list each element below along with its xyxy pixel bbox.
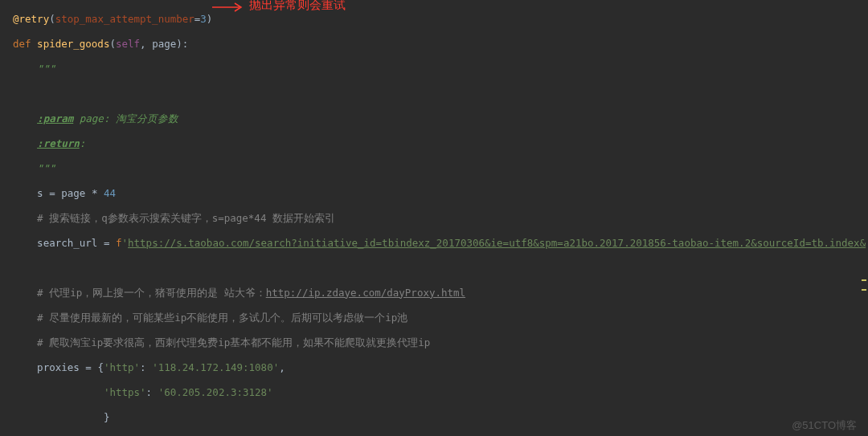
code-line: } [13, 411, 868, 424]
watermark: @51CTO博客 [792, 419, 857, 432]
number: 3 [200, 13, 207, 25]
annotation-arrow-icon [212, 2, 244, 13]
code-line: @retry(stop_max_attempt_number=3) [13, 13, 868, 26]
comment: # 搜索链接，q参数表示搜索关键字，s=page*44 数据开始索引 [13, 212, 868, 225]
docstring: """ [13, 162, 868, 175]
code-line: search_url = f'https://s.taobao.com/sear… [13, 237, 868, 250]
comment: # 爬取淘宝ip要求很高，西刺代理免费ip基本都不能用，如果不能爬取就更换代理i… [13, 336, 868, 349]
docstring: :return: [13, 137, 868, 150]
comment: # 代理ip，网上搜一个，猪哥使用的是 站大爷：http://ip.zdaye.… [13, 287, 868, 299]
annotation-text: 抛出异常则会重试 [249, 0, 346, 11]
docstring: """ [13, 63, 868, 75]
url-string: https://s.taobao.com/search?initiative_i… [128, 237, 866, 249]
gutter-markers [862, 0, 866, 436]
docstring: :param page: 淘宝分页参数 [13, 112, 868, 125]
code-line: def spider_goods(self, page): [13, 38, 868, 51]
code-line: 'https': '60.205.202.3:3128' [13, 386, 868, 399]
comment: # 尽量使用最新的，可能某些ip不能使用，多试几个。后期可以考虑做一个ip池 [13, 312, 868, 324]
function-name: spider_goods [37, 38, 109, 50]
code-editor[interactable]: @retry(stop_max_attempt_number=3) def sp… [0, 0, 868, 436]
decorator-at: @ [13, 13, 19, 25]
code-line: s = page * 44 [13, 187, 868, 200]
kw-arg: stop_max_attempt_number [55, 13, 194, 25]
code-line: proxies = {'http': '118.24.172.149:1080'… [13, 361, 868, 374]
decorator-name: retry [19, 13, 50, 25]
